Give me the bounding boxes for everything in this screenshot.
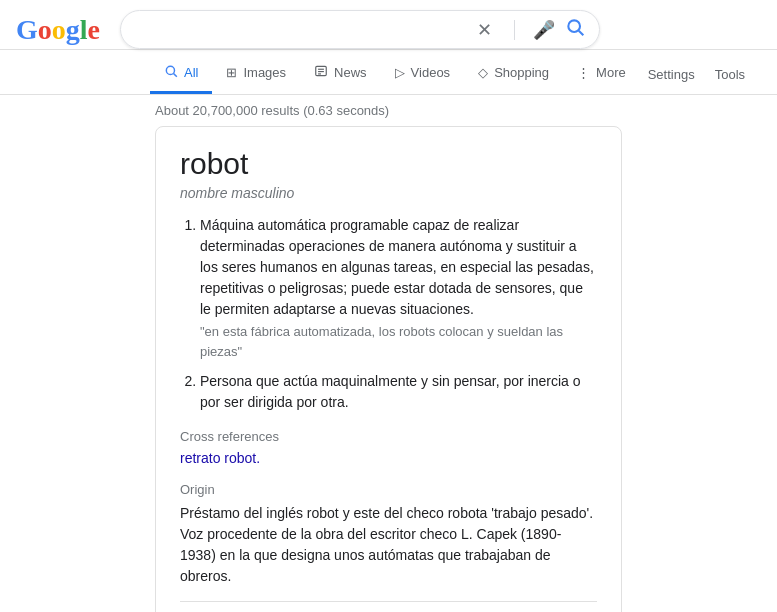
more-icon: ⋮ [577, 65, 590, 80]
cross-ref-links: retrato robot. [180, 450, 597, 466]
logo-letter-o2: o [52, 14, 66, 46]
def-2-text: Persona que actúa maquinalmente y sin pe… [200, 373, 581, 410]
logo-letter-o1: o [38, 14, 52, 46]
tab-all-label: All [184, 65, 198, 80]
nav-tabs: All ⊞ Images News ▷ Videos ◇ Shopping ⋮ … [0, 54, 777, 94]
all-icon [164, 64, 178, 81]
google-logo: G o o g l e [16, 14, 100, 46]
definitions-list: Máquina automática programable capaz de … [180, 215, 597, 413]
origin-text: Préstamo del inglés robot y este del che… [180, 503, 597, 587]
logo-letter-l: l [80, 14, 88, 46]
tab-videos-label: Videos [411, 65, 451, 80]
def-1-example: "en esta fábrica automatizada, los robot… [200, 322, 597, 361]
tab-shopping-label: Shopping [494, 65, 549, 80]
tab-images[interactable]: ⊞ Images [212, 55, 300, 93]
tab-news[interactable]: News [300, 54, 381, 94]
videos-icon: ▷ [395, 65, 405, 80]
word-pos: nombre masculino [180, 185, 597, 201]
clear-button[interactable]: ✕ [473, 19, 496, 41]
cross-ref-link-1[interactable]: retrato robot. [180, 450, 260, 466]
shopping-icon: ◇ [478, 65, 488, 80]
search-actions: ✕ 🎤 [473, 17, 585, 42]
tab-images-label: Images [243, 65, 286, 80]
tab-news-label: News [334, 65, 367, 80]
search-input[interactable]: definición robot [135, 21, 473, 39]
svg-line-3 [174, 74, 177, 77]
logo-letter-g: G [16, 14, 38, 46]
tools-link[interactable]: Tools [707, 57, 753, 92]
tab-more-label: More [596, 65, 626, 80]
header: G o o g l e definición robot ✕ 🎤 [0, 0, 777, 50]
dictionary-card: robot nombre masculino Máquina automátic… [155, 126, 622, 612]
definition-1: Máquina automática programable capaz de … [200, 215, 597, 361]
divider [514, 20, 515, 40]
origin-content: Préstamo del inglés robot y este del che… [180, 505, 593, 584]
definition-2: Persona que actúa maquinalmente y sin pe… [200, 371, 597, 413]
svg-point-2 [166, 66, 174, 74]
microphone-icon[interactable]: 🎤 [533, 19, 555, 41]
results-count: About 20,700,000 results (0.63 seconds) [155, 103, 389, 118]
tab-more[interactable]: ⋮ More [563, 55, 640, 93]
search-submit-button[interactable] [565, 17, 585, 42]
settings-link[interactable]: Settings [640, 57, 703, 92]
images-icon: ⊞ [226, 65, 237, 80]
results-info: About 20,700,000 results (0.63 seconds) [0, 95, 777, 126]
tab-all[interactable]: All [150, 54, 212, 94]
tab-videos[interactable]: ▷ Videos [381, 55, 465, 93]
word-title: robot [180, 147, 597, 181]
logo-letter-e: e [88, 14, 100, 46]
cross-ref-title: Cross references [180, 429, 597, 444]
news-icon [314, 64, 328, 81]
svg-line-1 [579, 31, 584, 36]
origin-title: Origin [180, 482, 597, 497]
logo-letter-g2: g [66, 14, 80, 46]
def-1-text: Máquina automática programable capaz de … [200, 217, 594, 317]
tab-shopping[interactable]: ◇ Shopping [464, 55, 563, 93]
nav-right: Settings Tools [640, 57, 753, 92]
svg-point-0 [568, 20, 580, 32]
search-bar: definición robot ✕ 🎤 [120, 10, 600, 49]
main-content: robot nombre masculino Máquina automátic… [0, 126, 777, 612]
